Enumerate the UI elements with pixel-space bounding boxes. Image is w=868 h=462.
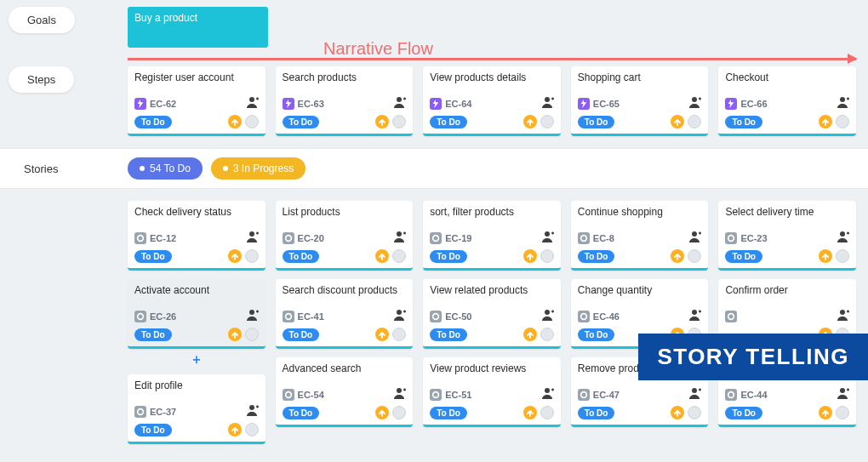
- assignee-icon[interactable]: [245, 230, 259, 246]
- assignee-icon[interactable]: [540, 95, 554, 111]
- status-badge: To Do: [725, 116, 762, 128]
- card-title: View products details: [430, 71, 554, 92]
- step-card[interactable]: Shopping cartEC-65To Do: [571, 66, 709, 136]
- story-card[interactable]: Check delivery statusEC-12To Do: [128, 201, 266, 271]
- card-id: EC-41: [298, 311, 324, 322]
- step-card[interactable]: Search productsEC-63To Do: [276, 66, 414, 136]
- priority-up-icon: [228, 249, 242, 263]
- assignee-icon[interactable]: [392, 386, 406, 402]
- step-card[interactable]: View products detailsEC-64To Do: [423, 66, 561, 136]
- status-badge: To Do: [134, 424, 172, 436]
- assignee-icon[interactable]: [392, 230, 406, 246]
- card-title: Register user account: [134, 71, 259, 92]
- assignee-icon[interactable]: [245, 95, 259, 111]
- priority-up-icon: [671, 406, 684, 419]
- assignee-icon[interactable]: [836, 386, 849, 402]
- avatar[interactable]: [688, 249, 701, 263]
- story-type-icon: [283, 311, 294, 322]
- step-card[interactable]: Register user accountEC-62To Do: [128, 66, 266, 136]
- avatar[interactable]: [392, 115, 406, 128]
- status-badge: To Do: [430, 328, 467, 341]
- avatar[interactable]: [836, 249, 849, 263]
- avatar[interactable]: [245, 249, 259, 263]
- assignee-icon[interactable]: [836, 308, 849, 324]
- step-card[interactable]: CheckoutEC-66To Do: [718, 66, 856, 136]
- assignee-icon[interactable]: [392, 95, 406, 111]
- goals-label: Goals: [9, 7, 75, 33]
- priority-up-icon: [228, 115, 242, 128]
- avatar[interactable]: [392, 406, 406, 419]
- story-card[interactable]: sort, filter productsEC-19To Do: [423, 201, 561, 271]
- priority-up-icon: [523, 249, 537, 263]
- avatar[interactable]: [245, 328, 259, 341]
- goal-card[interactable]: Buy a product: [128, 7, 268, 48]
- priority-up-icon: [523, 406, 537, 419]
- filter-todo[interactable]: 54 To Do: [128, 157, 203, 180]
- card-id: EC-63: [298, 99, 324, 109]
- assignee-icon[interactable]: [540, 386, 554, 402]
- story-card[interactable]: List productsEC-20To Do: [276, 201, 414, 271]
- avatar[interactable]: [245, 115, 259, 128]
- status-badge: To Do: [430, 250, 467, 263]
- priority-up-icon: [523, 115, 537, 128]
- card-id: EC-51: [445, 390, 471, 400]
- card-title: Edit profile: [134, 379, 259, 400]
- status-badge: To Do: [283, 116, 320, 128]
- story-card[interactable]: Advanced searchEC-54To Do: [276, 357, 414, 427]
- avatar[interactable]: [540, 406, 554, 419]
- story-type-icon: [725, 311, 737, 322]
- story-type-icon: [134, 406, 146, 418]
- story-card[interactable]: Edit profileEC-37To Do: [128, 374, 266, 444]
- avatar[interactable]: [540, 115, 554, 128]
- card-title: Continue shopping: [578, 206, 702, 226]
- dot-icon: [223, 166, 228, 171]
- assignee-icon[interactable]: [836, 95, 849, 111]
- assignee-icon[interactable]: [688, 308, 701, 324]
- story-type-icon: [578, 232, 590, 244]
- story-card[interactable]: Search discount productsEC-41To Do: [276, 279, 414, 349]
- assignee-icon[interactable]: [540, 308, 554, 324]
- avatar[interactable]: [836, 115, 849, 128]
- assignee-icon[interactable]: [245, 403, 259, 419]
- filter-in-progress[interactable]: 3 In Progress: [211, 157, 306, 180]
- avatar[interactable]: [540, 328, 554, 341]
- steps-label: Steps: [9, 66, 74, 93]
- card-id: EC-8: [593, 233, 614, 243]
- status-badge: To Do: [725, 407, 762, 419]
- avatar[interactable]: [836, 406, 849, 419]
- priority-up-icon: [819, 249, 832, 263]
- card-id: EC-66: [740, 99, 767, 109]
- assignee-icon[interactable]: [688, 386, 701, 402]
- card-title: View related products: [430, 284, 554, 305]
- assignee-icon[interactable]: [688, 230, 701, 246]
- assignee-icon[interactable]: [836, 230, 849, 246]
- assignee-icon[interactable]: [392, 308, 406, 324]
- avatar[interactable]: [688, 406, 701, 419]
- card-id: EC-54: [298, 390, 324, 400]
- status-badge: To Do: [430, 116, 467, 128]
- card-id: EC-26: [150, 311, 176, 322]
- status-badge: To Do: [578, 250, 615, 263]
- avatar[interactable]: [392, 249, 406, 263]
- story-card[interactable]: View product reviewsEC-51To Do: [423, 357, 561, 427]
- story-card[interactable]: Activate accountEC-26To Do: [128, 279, 266, 349]
- avatar[interactable]: [688, 115, 701, 128]
- story-card[interactable]: Select delivery timeEC-23To Do: [718, 201, 856, 271]
- status-badge: To Do: [578, 328, 615, 341]
- priority-up-icon: [375, 249, 389, 263]
- avatar[interactable]: [392, 328, 406, 341]
- avatar[interactable]: [245, 423, 259, 436]
- card-id: EC-37: [150, 407, 176, 417]
- avatar[interactable]: [540, 249, 554, 263]
- story-card[interactable]: View related productsEC-50To Do: [423, 279, 561, 349]
- card-title: Confirm order: [725, 284, 849, 305]
- assignee-icon[interactable]: [540, 230, 554, 246]
- card-id: EC-46: [593, 311, 620, 322]
- add-story-button[interactable]: +: [128, 356, 266, 364]
- card-title: List products: [283, 206, 407, 226]
- assignee-icon[interactable]: [245, 308, 259, 324]
- story-type-icon: [430, 232, 442, 244]
- assignee-icon[interactable]: [688, 95, 701, 111]
- story-card[interactable]: Continue shoppingEC-8To Do: [571, 201, 709, 271]
- status-badge: To Do: [283, 328, 320, 341]
